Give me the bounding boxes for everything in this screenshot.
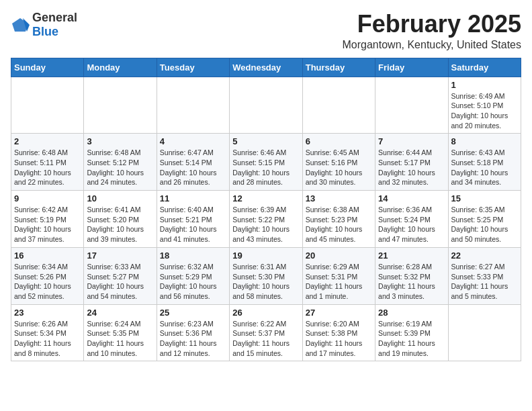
- day-cell: [375, 77, 448, 134]
- day-cell: 16Sunrise: 6:34 AM Sunset: 5:26 PM Dayli…: [11, 247, 84, 304]
- day-number: 24: [87, 308, 153, 318]
- day-cell: 18Sunrise: 6:32 AM Sunset: 5:29 PM Dayli…: [157, 247, 229, 304]
- weekday-header-thursday: Thursday: [302, 58, 375, 77]
- day-info: Sunrise: 6:20 AM Sunset: 5:38 PM Dayligh…: [306, 319, 372, 359]
- week-row-2: 2Sunrise: 6:48 AM Sunset: 5:11 PM Daylig…: [11, 134, 521, 191]
- logo-text-blue: Blue: [32, 25, 58, 38]
- day-info: Sunrise: 6:26 AM Sunset: 5:34 PM Dayligh…: [14, 319, 81, 359]
- day-info: Sunrise: 6:48 AM Sunset: 5:11 PM Dayligh…: [14, 148, 81, 187]
- day-cell: 26Sunrise: 6:22 AM Sunset: 5:37 PM Dayli…: [230, 304, 302, 361]
- day-number: 2: [14, 136, 81, 146]
- day-cell: 1Sunrise: 6:49 AM Sunset: 5:10 PM Daylig…: [448, 77, 521, 134]
- day-cell: 2Sunrise: 6:48 AM Sunset: 5:11 PM Daylig…: [11, 134, 84, 191]
- day-info: Sunrise: 6:38 AM Sunset: 5:23 PM Dayligh…: [306, 205, 372, 244]
- day-info: Sunrise: 6:44 AM Sunset: 5:17 PM Dayligh…: [378, 148, 445, 187]
- day-cell: 17Sunrise: 6:33 AM Sunset: 5:27 PM Dayli…: [84, 247, 157, 304]
- week-row-3: 9Sunrise: 6:42 AM Sunset: 5:19 PM Daylig…: [11, 191, 521, 248]
- day-number: 3: [87, 136, 153, 146]
- day-cell: 22Sunrise: 6:27 AM Sunset: 5:33 PM Dayli…: [448, 247, 521, 304]
- logo-icon: [11, 17, 30, 33]
- day-cell: [84, 77, 157, 134]
- week-row-4: 16Sunrise: 6:34 AM Sunset: 5:26 PM Dayli…: [11, 247, 521, 304]
- day-number: 17: [87, 250, 153, 261]
- day-cell: 23Sunrise: 6:26 AM Sunset: 5:34 PM Dayli…: [11, 304, 84, 361]
- day-info: Sunrise: 6:40 AM Sunset: 5:21 PM Dayligh…: [160, 205, 226, 244]
- calendar: SundayMondayTuesdayWednesdayThursdayFrid…: [11, 58, 521, 362]
- day-info: Sunrise: 6:42 AM Sunset: 5:19 PM Dayligh…: [14, 205, 81, 244]
- weekday-header-saturday: Saturday: [448, 58, 521, 77]
- day-cell: 10Sunrise: 6:41 AM Sunset: 5:20 PM Dayli…: [84, 191, 157, 248]
- day-info: Sunrise: 6:48 AM Sunset: 5:12 PM Dayligh…: [87, 148, 153, 187]
- day-number: 15: [451, 193, 518, 203]
- day-number: 1: [451, 80, 518, 90]
- month-title: February 2025: [342, 11, 521, 38]
- day-info: Sunrise: 6:32 AM Sunset: 5:29 PM Dayligh…: [160, 262, 226, 302]
- day-info: Sunrise: 6:34 AM Sunset: 5:26 PM Dayligh…: [14, 262, 81, 302]
- day-info: Sunrise: 6:35 AM Sunset: 5:25 PM Dayligh…: [451, 205, 518, 244]
- day-info: Sunrise: 6:31 AM Sunset: 5:30 PM Dayligh…: [232, 262, 299, 302]
- day-info: Sunrise: 6:41 AM Sunset: 5:20 PM Dayligh…: [87, 205, 153, 244]
- day-number: 6: [306, 136, 372, 146]
- day-number: 8: [451, 136, 518, 146]
- weekday-header-tuesday: Tuesday: [157, 58, 229, 77]
- day-cell: 4Sunrise: 6:47 AM Sunset: 5:14 PM Daylig…: [157, 134, 229, 191]
- weekday-header-wednesday: Wednesday: [230, 58, 302, 77]
- day-cell: 5Sunrise: 6:46 AM Sunset: 5:15 PM Daylig…: [230, 134, 302, 191]
- day-info: Sunrise: 6:28 AM Sunset: 5:32 PM Dayligh…: [378, 262, 445, 302]
- day-info: Sunrise: 6:23 AM Sunset: 5:36 PM Dayligh…: [160, 319, 226, 359]
- day-number: 13: [306, 193, 372, 203]
- day-cell: 8Sunrise: 6:43 AM Sunset: 5:18 PM Daylig…: [448, 134, 521, 191]
- logo: General Blue: [11, 11, 77, 39]
- day-number: 26: [232, 308, 299, 318]
- day-cell: [157, 77, 229, 134]
- day-number: 16: [14, 250, 81, 261]
- day-cell: [448, 304, 521, 361]
- day-info: Sunrise: 6:46 AM Sunset: 5:15 PM Dayligh…: [232, 148, 299, 187]
- day-info: Sunrise: 6:27 AM Sunset: 5:33 PM Dayligh…: [451, 262, 518, 302]
- day-number: 5: [232, 136, 299, 146]
- day-info: Sunrise: 6:49 AM Sunset: 5:10 PM Dayligh…: [451, 91, 518, 131]
- day-cell: [302, 77, 375, 134]
- day-cell: 20Sunrise: 6:29 AM Sunset: 5:31 PM Dayli…: [302, 247, 375, 304]
- day-cell: 19Sunrise: 6:31 AM Sunset: 5:30 PM Dayli…: [230, 247, 302, 304]
- location-title: Morgantown, Kentucky, United States: [342, 39, 521, 51]
- logo-text-general: General: [32, 11, 77, 24]
- day-cell: 6Sunrise: 6:45 AM Sunset: 5:16 PM Daylig…: [302, 134, 375, 191]
- day-number: 18: [160, 250, 226, 261]
- day-number: 7: [378, 136, 445, 146]
- day-cell: 13Sunrise: 6:38 AM Sunset: 5:23 PM Dayli…: [302, 191, 375, 248]
- day-info: Sunrise: 6:36 AM Sunset: 5:24 PM Dayligh…: [378, 205, 445, 244]
- day-cell: 28Sunrise: 6:19 AM Sunset: 5:39 PM Dayli…: [375, 304, 448, 361]
- day-cell: 21Sunrise: 6:28 AM Sunset: 5:32 PM Dayli…: [375, 247, 448, 304]
- weekday-header-row: SundayMondayTuesdayWednesdayThursdayFrid…: [11, 58, 521, 77]
- day-number: 12: [232, 193, 299, 203]
- day-number: 19: [232, 250, 299, 261]
- weekday-header-monday: Monday: [84, 58, 157, 77]
- day-cell: 15Sunrise: 6:35 AM Sunset: 5:25 PM Dayli…: [448, 191, 521, 248]
- day-number: 14: [378, 193, 445, 203]
- day-info: Sunrise: 6:24 AM Sunset: 5:35 PM Dayligh…: [87, 319, 153, 359]
- day-info: Sunrise: 6:47 AM Sunset: 5:14 PM Dayligh…: [160, 148, 226, 187]
- day-info: Sunrise: 6:45 AM Sunset: 5:16 PM Dayligh…: [306, 148, 372, 187]
- week-row-5: 23Sunrise: 6:26 AM Sunset: 5:34 PM Dayli…: [11, 304, 521, 361]
- day-cell: 25Sunrise: 6:23 AM Sunset: 5:36 PM Dayli…: [157, 304, 229, 361]
- day-cell: 11Sunrise: 6:40 AM Sunset: 5:21 PM Dayli…: [157, 191, 229, 248]
- logo-wordmark: General Blue: [32, 11, 77, 39]
- day-info: Sunrise: 6:33 AM Sunset: 5:27 PM Dayligh…: [87, 262, 153, 302]
- day-info: Sunrise: 6:39 AM Sunset: 5:22 PM Dayligh…: [232, 205, 299, 244]
- day-cell: 9Sunrise: 6:42 AM Sunset: 5:19 PM Daylig…: [11, 191, 84, 248]
- title-area: February 2025 Morgantown, Kentucky, Unit…: [342, 11, 521, 51]
- day-number: 11: [160, 193, 226, 203]
- day-number: 20: [306, 250, 372, 261]
- day-info: Sunrise: 6:19 AM Sunset: 5:39 PM Dayligh…: [378, 319, 445, 359]
- day-number: 27: [306, 308, 372, 318]
- day-info: Sunrise: 6:43 AM Sunset: 5:18 PM Dayligh…: [451, 148, 518, 187]
- day-cell: 12Sunrise: 6:39 AM Sunset: 5:22 PM Dayli…: [230, 191, 302, 248]
- day-cell: 27Sunrise: 6:20 AM Sunset: 5:38 PM Dayli…: [302, 304, 375, 361]
- day-number: 28: [378, 308, 445, 318]
- day-number: 22: [451, 250, 518, 261]
- day-number: 9: [14, 193, 81, 203]
- day-cell: 24Sunrise: 6:24 AM Sunset: 5:35 PM Dayli…: [84, 304, 157, 361]
- day-cell: 7Sunrise: 6:44 AM Sunset: 5:17 PM Daylig…: [375, 134, 448, 191]
- day-cell: [230, 77, 302, 134]
